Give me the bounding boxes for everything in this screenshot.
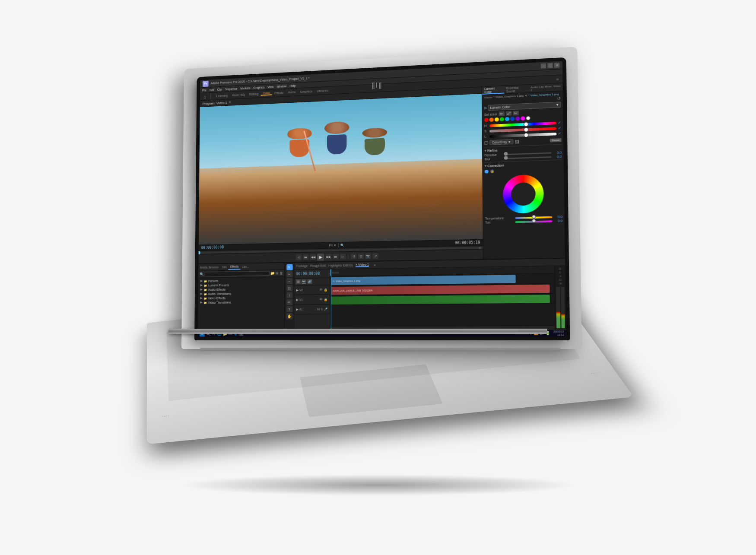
menu-graphics[interactable]: Graphics <box>253 86 264 89</box>
refine-label: Refine <box>487 148 498 152</box>
tint-slider[interactable] <box>515 220 552 222</box>
window-controls[interactable]: ─ □ ✕ <box>541 62 560 68</box>
color-dot-green[interactable] <box>500 117 504 121</box>
tool-ripple[interactable]: ↔ <box>286 278 292 284</box>
color-dot-cyan[interactable] <box>505 117 509 121</box>
video-preview <box>199 93 483 244</box>
tool-selection[interactable]: ↖ <box>286 264 292 270</box>
maximize-btn[interactable]: □ <box>547 63 553 68</box>
new-folder-icon[interactable]: 📁 <box>270 271 275 275</box>
clip-v1[interactable]: A004C205_190803J_R09 [V][2][3]% <box>331 284 550 295</box>
nav-learning[interactable]: Learning <box>214 94 230 98</box>
reset-btn[interactable]: Reset <box>550 138 562 142</box>
blur-slider[interactable] <box>506 156 552 159</box>
tab-rough-edit[interactable]: Rough Edit <box>310 264 326 267</box>
lum-slider-track[interactable] <box>489 132 556 137</box>
eyedropper-tool[interactable]: ✏ <box>499 111 504 116</box>
nav-editing[interactable]: Editing <box>247 92 260 95</box>
effects-item-video-transitions[interactable]: ▶ 📁 Video Transitions <box>199 299 283 304</box>
menu-markers[interactable]: Markers <box>240 86 250 89</box>
tab-effects[interactable]: Effects <box>229 264 241 270</box>
ctrl-safe[interactable]: ⊡ <box>358 253 364 259</box>
ctrl-mark-out[interactable]: ▷ <box>340 254 346 259</box>
menu-window[interactable]: Window <box>276 84 286 88</box>
menu-edit[interactable]: Edit <box>210 88 214 91</box>
tab-lumetri-color[interactable]: Lumetri Color <box>482 86 504 95</box>
ctrl-step-back[interactable]: ◀◀ <box>310 254 316 260</box>
delete-icon[interactable]: 🗑 <box>280 271 283 275</box>
tab-audio-clip-mixer[interactable]: Audio Clip Mixer: Video 1 <box>529 83 563 92</box>
tab-overflow[interactable]: » <box>374 263 376 267</box>
tab-video1[interactable]: × Video 1 <box>356 263 369 267</box>
color-dot-magenta[interactable] <box>521 116 525 121</box>
temperature-slider[interactable] <box>515 216 552 219</box>
fit-label[interactable]: Fit ▼ <box>329 244 337 247</box>
refresh-btn[interactable]: ↺ <box>557 96 561 101</box>
cut-tool[interactable]: ✂ <box>513 111 518 115</box>
nav-graphics[interactable]: Graphics <box>298 89 315 93</box>
tl-btn-2[interactable]: 📷 <box>302 279 306 284</box>
menu-sequence[interactable]: Sequence <box>225 87 238 90</box>
color-dot-orange[interactable] <box>489 117 494 122</box>
ctrl-export[interactable]: ↗ <box>372 253 378 259</box>
correction-section: ▾ Correction 🔒 <box>485 159 563 224</box>
tab-highlights[interactable]: Highlights Edit 01 <box>328 263 353 267</box>
menu-file[interactable]: File <box>202 89 206 92</box>
tl-btn-1[interactable]: ⊞ <box>296 279 301 284</box>
tl-btn-3[interactable]: 🔗 <box>307 279 312 284</box>
tool-roll[interactable]: ⊡ <box>286 285 292 291</box>
color-wheel-wrapper <box>485 174 562 214</box>
h-label: H <box>484 124 488 127</box>
hue-slider-track[interactable] <box>489 121 556 127</box>
menu-view[interactable]: View <box>267 85 273 89</box>
nav-color[interactable]: Color <box>260 91 272 95</box>
tab-footage[interactable]: Footage <box>296 264 308 267</box>
color-dot-blue[interactable] <box>510 117 515 121</box>
ctrl-play[interactable]: ▶ <box>317 253 324 260</box>
color-wheel[interactable] <box>503 174 544 214</box>
ctrl-next-frame[interactable]: ⏭ <box>333 254 338 259</box>
monitor-menu-icon[interactable]: ≡ <box>229 100 231 104</box>
effects-search-input[interactable] <box>205 271 270 276</box>
ctrl-loop[interactable]: ↺ <box>351 253 357 259</box>
color-dot-yellow[interactable] <box>495 117 499 121</box>
tab-info[interactable]: Info <box>220 264 229 269</box>
color-dot-white[interactable] <box>526 116 530 120</box>
zoom-label[interactable]: 🔍 <box>340 243 344 247</box>
nav-audio[interactable]: Audio <box>286 90 298 94</box>
nav-overflow[interactable]: » <box>556 76 559 81</box>
color-grey-dropdown[interactable]: Color/Grey▼ <box>489 139 513 145</box>
tab-libraries[interactable]: Libr... <box>240 264 251 269</box>
menu-help[interactable]: Help <box>290 84 296 87</box>
brush-tool[interactable]: 🖊 <box>506 111 511 116</box>
clip-v2[interactable]: fx Video_Graphics 1.png <box>331 275 516 285</box>
nav-assembly[interactable]: Assembly <box>230 93 247 97</box>
add-button[interactable]: + <box>479 246 481 251</box>
color-dot-purple[interactable] <box>515 116 520 121</box>
tab-essential-sound[interactable]: Essential Sound <box>504 85 529 93</box>
sat-slider-track[interactable] <box>489 127 556 132</box>
minimize-btn[interactable]: ─ <box>541 63 546 68</box>
tab-media-browser[interactable]: Media Browser <box>198 265 220 270</box>
tool-razor[interactable]: ✂ <box>286 271 292 277</box>
ctrl-step-fwd[interactable]: ▶▶ <box>326 254 331 259</box>
clip-a1[interactable] <box>331 295 550 304</box>
tool-pen[interactable]: ✏ <box>286 299 292 305</box>
tool-hand[interactable]: ✋ <box>286 313 292 319</box>
timeline-track-content: 00:00 fx Video_Graphics 1.png <box>330 266 555 330</box>
ctrl-camera[interactable]: 📷 <box>365 253 371 259</box>
tool-slip[interactable]: ↕ <box>286 292 292 298</box>
home-icon[interactable]: ⌂ <box>203 94 206 99</box>
color-dot-red[interactable] <box>484 117 489 122</box>
tool-text[interactable]: T <box>286 306 292 312</box>
menu-clip[interactable]: Clip <box>217 88 222 91</box>
nav-effects[interactable]: Effects <box>272 91 286 94</box>
ctrl-prev-frame[interactable]: ⏮ <box>303 254 308 260</box>
ctrl-mark-in[interactable]: ◁ <box>296 254 302 260</box>
nav-libraries[interactable]: Libraries <box>314 89 331 92</box>
denoise-slider[interactable] <box>506 152 552 155</box>
new-bin-icon[interactable]: ⊞ <box>276 271 279 275</box>
color-grey-checkbox[interactable] <box>484 141 488 145</box>
color-grey-icon[interactable]: 🖼 <box>515 139 519 144</box>
close-btn[interactable]: ✕ <box>554 62 559 67</box>
